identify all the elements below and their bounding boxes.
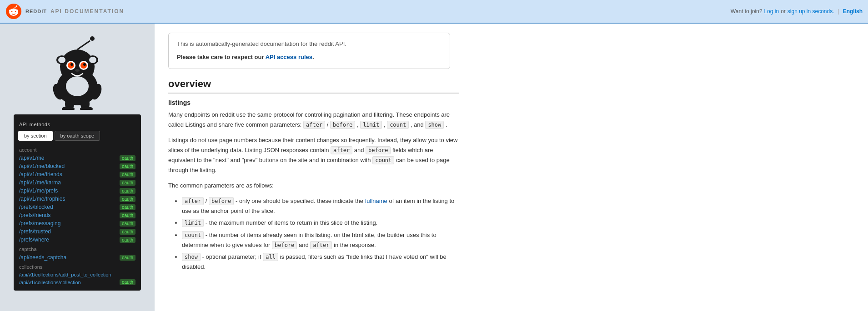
info-line2: Please take care to respect our API acce…	[177, 53, 442, 62]
api-link[interactable]: /api/needs_captcha	[19, 254, 66, 261]
oauth-badge: oauth	[120, 204, 135, 210]
list-item: /api/v1/me oauth	[14, 154, 141, 162]
para2: Listings do not use page numbers because…	[168, 135, 459, 175]
listings-title: listings	[168, 99, 854, 106]
reddit-logo	[5, 3, 22, 20]
oauth-badge: oauth	[120, 279, 135, 285]
oauth-badge: oauth	[120, 212, 135, 218]
code-bullet-count: count	[182, 231, 204, 239]
list-item: /prefs/where oauth	[14, 236, 141, 244]
join-text: Want to join?	[731, 8, 763, 15]
overview-title: overview	[168, 78, 459, 94]
list-item: /prefs/trusted oauth	[14, 227, 141, 236]
content-area: This is automatically-generated document…	[155, 24, 868, 311]
login-link[interactable]: Log in	[764, 8, 779, 15]
section-captcha: captcha	[14, 244, 141, 253]
code-after3: after	[310, 241, 332, 249]
api-rules-link[interactable]: API access rules	[266, 54, 312, 60]
list-item: limit - the maximum number of items to r…	[182, 218, 459, 228]
svg-line-23	[77, 39, 92, 49]
oauth-badge: oauth	[120, 196, 135, 202]
api-link[interactable]: /prefs/blocked	[19, 204, 53, 210]
oauth-badge: oauth	[120, 221, 135, 227]
tab-row: by section by oauth scope	[14, 131, 141, 144]
left-area: API methods by section by oauth scope ac…	[0, 24, 155, 311]
api-link[interactable]: /prefs/messaging	[19, 220, 60, 227]
oauth-badge: oauth	[120, 188, 135, 194]
list-item: after / before - only one should be spec…	[182, 196, 459, 216]
api-link[interactable]: /prefs/trusted	[19, 228, 51, 235]
list-item: /api/v1/me/prefs oauth	[14, 187, 141, 195]
code-after2: after	[331, 146, 352, 154]
list-item: count - the number of items already seen…	[182, 230, 459, 250]
tab-by-oauth[interactable]: by oauth scope	[55, 131, 100, 141]
oauth-badge: oauth	[120, 155, 135, 161]
language-link[interactable]: English	[843, 8, 863, 15]
mascot-area	[0, 24, 155, 114]
para3: The common parameters are as follows:	[168, 181, 459, 191]
svg-point-22	[75, 69, 80, 72]
sidebar-title: API methods	[14, 119, 141, 131]
code-before3: before	[272, 241, 297, 249]
site-title: reddit	[25, 9, 47, 14]
list-item: /api/needs_captcha oauth	[14, 253, 141, 262]
svg-point-5	[15, 11, 16, 12]
api-link[interactable]: /api/v1/me/karma	[19, 179, 61, 186]
list-item: /prefs/blocked oauth	[14, 203, 141, 211]
code-before: before	[330, 121, 355, 129]
svg-point-7	[16, 10, 18, 12]
list-item: /api/v1/me/karma oauth	[14, 178, 141, 187]
code-count2: count	[372, 156, 394, 164]
api-link[interactable]: /api/v1/me/friends	[19, 171, 62, 178]
para1: Many endpoints on reddit use the same pr…	[168, 110, 459, 130]
info-box: This is automatically-generated document…	[168, 33, 450, 69]
svg-point-9	[16, 5, 18, 7]
tab-by-section[interactable]: by section	[18, 131, 53, 141]
svg-point-21	[83, 63, 86, 66]
api-link[interactable]: /api/v1/me/prefs	[19, 188, 58, 194]
header-right: Want to join? Log in or sign up in secon…	[731, 8, 863, 15]
signup-link[interactable]: sign up in seconds.	[788, 8, 834, 15]
api-link[interactable]: /prefs/friends	[19, 212, 50, 218]
list-item: /api/v1/me/blocked oauth	[14, 162, 141, 170]
list-item: /api/v1/me/friends oauth	[14, 170, 141, 178]
svg-point-14	[58, 57, 65, 63]
code-show: show	[425, 121, 444, 129]
svg-point-15	[89, 57, 96, 63]
svg-point-6	[9, 10, 11, 12]
list-item: /prefs/friends oauth	[14, 211, 141, 219]
list-item: /prefs/messaging oauth	[14, 219, 141, 227]
info-line1: This is automatically-generated document…	[177, 39, 442, 49]
code-after: after	[303, 121, 325, 129]
api-link[interactable]: /api/v1/collections/add_post_to_collecti…	[19, 272, 111, 277]
api-link[interactable]: /prefs/where	[19, 237, 49, 243]
api-link[interactable]: /api/v1/me	[19, 155, 44, 161]
list-item: show - optional parameter; if all is pas…	[182, 252, 459, 272]
svg-point-4	[11, 11, 13, 12]
code-bullet-limit: limit	[182, 219, 204, 227]
main-container: API methods by section by oauth scope ac…	[0, 24, 868, 311]
or-text: or	[781, 8, 786, 15]
fullname-link[interactable]: fullname	[365, 197, 387, 204]
api-doc-title: API DOCUMENTATION	[50, 8, 124, 15]
code-count: count	[387, 121, 409, 129]
oauth-badge: oauth	[120, 163, 135, 169]
section-account: account	[14, 144, 141, 154]
list-item: /api/v1/collections/collection oauth	[14, 278, 141, 286]
section-collections: collections	[14, 262, 141, 271]
oauth-badge: oauth	[120, 255, 135, 261]
code-bullet-after: after	[182, 197, 204, 205]
api-link[interactable]: /api/v1/collections/collection	[19, 280, 81, 285]
link-punct: .	[312, 54, 314, 60]
api-link[interactable]: /api/v1/me/blocked	[19, 163, 65, 169]
api-link[interactable]: /api/v1/me/trophies	[19, 196, 65, 202]
oauth-badge: oauth	[120, 237, 135, 243]
svg-point-24	[90, 36, 95, 41]
info-line2-text: Please take care to respect our	[177, 54, 266, 60]
sidebar: API methods by section by oauth scope ac…	[14, 114, 141, 291]
code-bullet-before: before	[209, 197, 234, 205]
list-item: /api/v1/collections/add_post_to_collecti…	[14, 271, 141, 278]
pipe-separator: |	[838, 8, 839, 15]
logo-area: reddit API DOCUMENTATION	[5, 3, 124, 20]
code-all: all	[263, 253, 278, 261]
